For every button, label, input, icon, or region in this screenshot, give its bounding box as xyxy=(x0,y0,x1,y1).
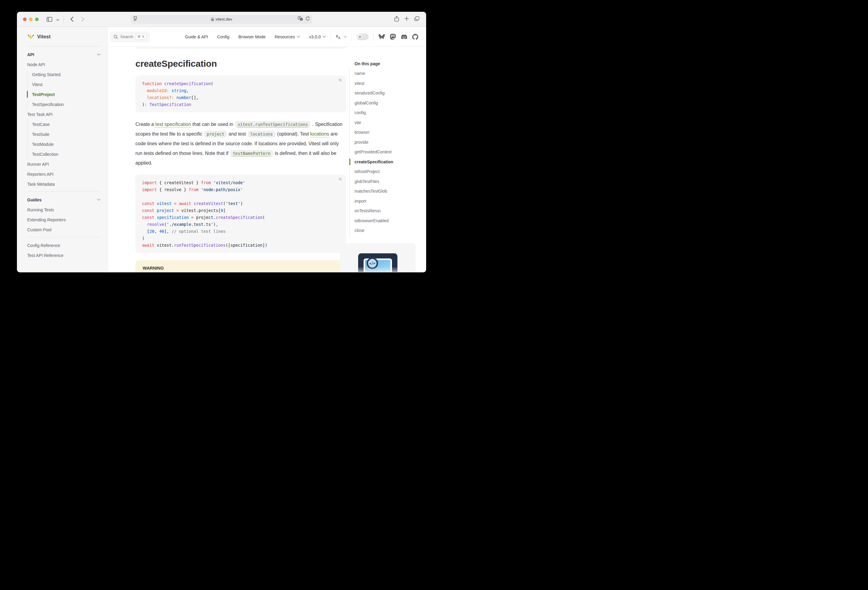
search-input[interactable]: Search ⌘ K xyxy=(110,31,150,42)
nav-link-resources[interactable]: Resources xyxy=(275,34,300,39)
code-block-example: ts import { createVitest } from 'vitest/… xyxy=(136,175,346,253)
inline-link[interactable]: testNamePattern xyxy=(233,151,270,156)
theme-toggle[interactable] xyxy=(357,34,369,40)
sidebar-item-active[interactable]: TestProject xyxy=(32,89,100,99)
navbar-divider xyxy=(351,33,352,40)
sidebar-item[interactable]: Custom Pool xyxy=(27,225,100,235)
nav-link-label: v3.0.0 xyxy=(309,34,321,39)
toc-item-matchesTestGlob[interactable]: matchesTestGlob xyxy=(354,186,426,196)
sidebar: Vitest APINode APIGetting StartedVitestT… xyxy=(17,27,108,272)
warning-title: WARNING xyxy=(143,266,339,271)
toc-item-serializedConfig[interactable]: serializedConfig xyxy=(354,88,426,98)
forward-button[interactable] xyxy=(79,15,87,23)
sidebar-item[interactable]: Getting Started xyxy=(32,69,100,79)
sidebar-item[interactable]: Reporters API xyxy=(27,169,100,179)
toc-item-vite[interactable]: vite xyxy=(354,118,426,128)
tab-overview-icon[interactable] xyxy=(414,16,419,22)
toc-item-createSpecification[interactable]: createSpecification xyxy=(354,157,426,167)
toc-title: On this page xyxy=(349,61,426,66)
discord-icon[interactable] xyxy=(401,34,407,40)
nav-link-guide-api[interactable]: Guide & API xyxy=(185,34,208,39)
code-lang-badge: ts xyxy=(339,78,342,82)
toc-item-isRootProject[interactable]: isRootProject xyxy=(354,167,426,177)
sidebar-item[interactable]: Node API xyxy=(27,59,100,69)
sidebar-item[interactable]: Vitest xyxy=(32,79,100,89)
new-tab-icon[interactable] xyxy=(404,16,409,22)
toc-item-isBrowserEnabled[interactable]: isBrowserEnabled xyxy=(354,216,426,226)
code-lang-badge: ts xyxy=(339,177,342,181)
zoom-window-button[interactable] xyxy=(35,18,39,21)
sidebar-item[interactable]: TestCollection xyxy=(32,149,100,159)
sidebar-item[interactable]: TestSuite xyxy=(32,129,100,139)
reload-icon[interactable] xyxy=(306,16,310,22)
sidebar-section-guides[interactable]: Guides xyxy=(27,195,100,205)
toc-item-provide[interactable]: provide xyxy=(354,137,426,147)
toc-item-getProvidedContext[interactable]: getProvidedContext xyxy=(354,147,426,157)
code-content[interactable]: function createSpecification( moduleId: … xyxy=(142,80,340,108)
bluesky-icon[interactable] xyxy=(379,34,385,40)
sidebar-item[interactable]: Test API Reference xyxy=(27,250,100,260)
inline-link[interactable]: test specification xyxy=(155,122,191,127)
minimize-window-button[interactable] xyxy=(29,18,32,21)
sidebar-section-api[interactable]: API xyxy=(27,50,100,59)
nav-link-label: Resources xyxy=(275,34,295,39)
sidebar-item[interactable]: Extending Reporters xyxy=(27,215,100,225)
language-menu[interactable]: x̂ A xyxy=(336,34,347,40)
toc-item-name[interactable]: name xyxy=(354,69,426,78)
site-logo[interactable]: Vitest xyxy=(27,30,100,44)
github-icon[interactable] xyxy=(412,34,418,40)
toc-item-globTestFiles[interactable]: globTestFiles xyxy=(354,177,426,187)
sidebar-subgroup: TestCaseTestSuiteTestModuleTestCollectio… xyxy=(27,119,100,159)
share-icon[interactable] xyxy=(394,16,399,23)
site-navbar: Search ⌘ K Guide & APIConfigBrowser Mode… xyxy=(108,27,426,47)
page-title: createSpecification xyxy=(136,59,346,69)
reader-view-icon[interactable] xyxy=(133,16,137,22)
sidebar-item[interactable]: Task Metadata xyxy=(27,179,100,189)
svg-text:x̂: x̂ xyxy=(336,34,338,38)
toc-item-close[interactable]: close xyxy=(354,225,426,235)
svg-text:A: A xyxy=(338,36,340,40)
toc-item-config[interactable]: config xyxy=(354,108,426,118)
sidebar-item[interactable]: Running Tests xyxy=(27,205,100,215)
translate-icon[interactable]: A x xyxy=(298,16,303,22)
chevron-down-icon xyxy=(97,53,100,56)
toc-item-globalConfig[interactable]: globalConfig xyxy=(354,98,426,108)
sidebar-toggle-icon[interactable] xyxy=(45,15,53,23)
address-bar[interactable]: vitest.dev A x xyxy=(131,15,312,24)
sidebar-subgroup: Getting StartedVitestTestProjectTestSpec… xyxy=(27,69,100,109)
toc-item-import[interactable]: import xyxy=(354,196,426,206)
sponsor-card[interactable]: </> xyxy=(340,243,416,272)
on-this-page-outline: On this page namevitestserializedConfigg… xyxy=(349,61,426,235)
sidebar-item[interactable]: Runner API xyxy=(27,159,100,169)
toc-item-vitest[interactable]: vitest xyxy=(354,78,426,88)
code-content[interactable]: import { createVitest } from 'vitest/nod… xyxy=(142,180,340,249)
inline-code-link[interactable]: testNamePattern xyxy=(230,150,273,157)
sidebar-item[interactable]: TestModule xyxy=(32,139,100,149)
sidebar-group-divider xyxy=(27,237,100,237)
nav-link-v3-0-0[interactable]: v3.0.0 xyxy=(309,34,326,39)
toc-item-browser[interactable]: browser xyxy=(354,127,426,137)
nav-link-label: Browser Mode xyxy=(238,34,266,39)
back-button[interactable] xyxy=(68,15,76,23)
site-title: Vitest xyxy=(37,34,50,40)
toolbar-divider xyxy=(63,16,64,23)
nav-link-browser-mode[interactable]: Browser Mode xyxy=(238,34,266,39)
chevron-down-icon xyxy=(297,35,300,38)
mastodon-icon[interactable] xyxy=(390,34,396,40)
sidebar-item[interactable]: TestCase xyxy=(32,119,100,129)
desktop: vitest.dev A x xyxy=(0,0,434,295)
nav-link-label: Config xyxy=(217,34,229,39)
inline-link[interactable]: vitest.runTestSpecifications xyxy=(238,122,308,127)
sidebar-item[interactable]: Config Reference xyxy=(27,240,100,250)
traffic-lights xyxy=(23,18,39,21)
toc-item-onTestsRerun[interactable]: onTestsRerun xyxy=(354,206,426,216)
inline-code-link[interactable]: vitest.runTestSpecifications xyxy=(235,121,310,128)
inline-link[interactable]: locations xyxy=(310,131,329,137)
nav-link-config[interactable]: Config xyxy=(217,34,229,39)
sidebar-item[interactable]: Test Task API xyxy=(27,109,100,119)
card-fade-overlay xyxy=(340,266,416,272)
close-window-button[interactable] xyxy=(23,18,27,21)
sidebar-item[interactable]: TestSpecification xyxy=(32,99,100,109)
lock-icon xyxy=(211,17,214,21)
chevron-down-icon[interactable] xyxy=(56,17,59,22)
